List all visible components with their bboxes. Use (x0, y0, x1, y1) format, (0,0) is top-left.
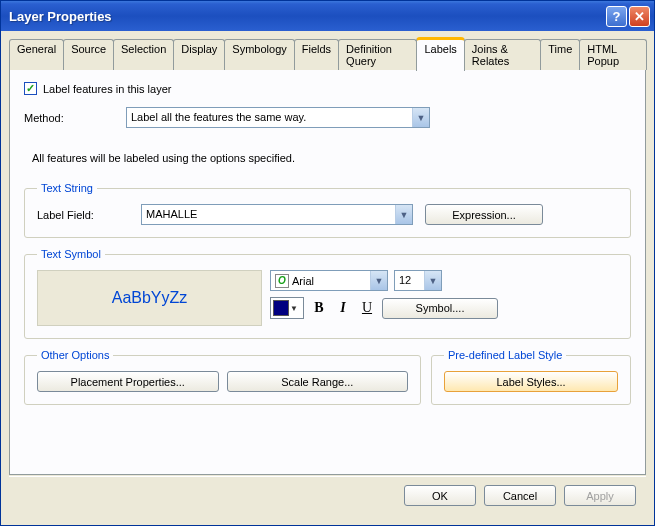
label-field-value: MAHALLE (142, 205, 395, 224)
font-color-button[interactable]: ▼ (270, 297, 304, 319)
font-size-value: 12 (395, 271, 424, 290)
method-combo[interactable]: Label all the features the same way. ▼ (126, 107, 430, 128)
bold-button[interactable]: B (310, 299, 328, 317)
label-features-text: Label features in this layer (43, 83, 171, 95)
tab-joins-relates[interactable]: Joins & Relates (464, 39, 541, 70)
window-title: Layer Properties (9, 9, 606, 24)
label-field-label: Label Field: (37, 209, 141, 221)
window-buttons: ? ✕ (606, 6, 650, 27)
tab-panel: ✓ Label features in this layer Method: L… (9, 69, 646, 475)
other-options-group: Other Options Placement Properties... Sc… (24, 349, 421, 405)
tab-definition-query[interactable]: Definition Query (338, 39, 417, 70)
tab-symbology[interactable]: Symbology (224, 39, 294, 70)
ok-button[interactable]: OK (404, 485, 476, 506)
dialog-footer: OK Cancel Apply (9, 476, 646, 506)
options-row: Other Options Placement Properties... Sc… (24, 349, 631, 415)
method-value: Label all the features the same way. (127, 108, 412, 127)
cancel-button[interactable]: Cancel (484, 485, 556, 506)
other-options-legend: Other Options (37, 349, 113, 361)
font-name-value: Arial (292, 275, 314, 287)
tab-strip: General Source Selection Display Symbolo… (9, 39, 646, 70)
text-symbol-legend: Text Symbol (37, 248, 105, 260)
tab-fields[interactable]: Fields (294, 39, 339, 70)
scale-range-button[interactable]: Scale Range... (227, 371, 409, 392)
symbol-button[interactable]: Symbol.... (382, 298, 498, 319)
close-button[interactable]: ✕ (629, 6, 650, 27)
tab-time[interactable]: Time (540, 39, 580, 70)
italic-button[interactable]: I (334, 299, 352, 317)
help-button[interactable]: ? (606, 6, 627, 27)
label-features-row: ✓ Label features in this layer (24, 82, 631, 95)
info-text: All features will be labeled using the o… (24, 152, 631, 164)
tab-labels[interactable]: Labels (416, 37, 464, 71)
font-preview: AaBbYyZz (37, 270, 262, 326)
apply-button[interactable]: Apply (564, 485, 636, 506)
chevron-down-icon: ▼ (412, 108, 429, 127)
chevron-down-icon: ▼ (370, 271, 387, 290)
chevron-down-icon: ▼ (424, 271, 441, 290)
label-features-checkbox[interactable]: ✓ (24, 82, 37, 95)
content-area: General Source Selection Display Symbolo… (1, 31, 654, 512)
check-icon: ✓ (26, 82, 35, 95)
placement-properties-button[interactable]: Placement Properties... (37, 371, 219, 392)
text-string-group: Text String Label Field: MAHALLE ▼ Expre… (24, 182, 631, 238)
tab-source[interactable]: Source (63, 39, 114, 70)
chevron-down-icon: ▼ (395, 205, 412, 224)
font-size-combo[interactable]: 12 ▼ (394, 270, 442, 291)
label-field-row: Label Field: MAHALLE ▼ Expression... (37, 204, 618, 225)
label-field-combo[interactable]: MAHALLE ▼ (141, 204, 413, 225)
chevron-down-icon: ▼ (290, 304, 298, 313)
tab-general[interactable]: General (9, 39, 64, 70)
method-row: Method: Label all the features the same … (24, 107, 631, 128)
text-symbol-controls: O Arial ▼ 12 ▼ ▼ (270, 270, 618, 326)
label-styles-button[interactable]: Label Styles... (444, 371, 618, 392)
color-swatch (273, 300, 289, 316)
method-label: Method: (24, 112, 126, 124)
predefined-style-group: Pre-defined Label Style Label Styles... (431, 349, 631, 405)
tab-display[interactable]: Display (173, 39, 225, 70)
title-bar: Layer Properties ? ✕ (1, 1, 654, 31)
tab-html-popup[interactable]: HTML Popup (579, 39, 647, 70)
predefined-style-legend: Pre-defined Label Style (444, 349, 566, 361)
font-name-combo[interactable]: O Arial ▼ (270, 270, 388, 291)
tab-selection[interactable]: Selection (113, 39, 174, 70)
expression-button[interactable]: Expression... (425, 204, 543, 225)
font-type-icon: O (275, 274, 289, 288)
text-symbol-group: Text Symbol AaBbYyZz O Arial ▼ 12 (24, 248, 631, 339)
text-string-legend: Text String (37, 182, 97, 194)
underline-button[interactable]: U (358, 299, 376, 317)
